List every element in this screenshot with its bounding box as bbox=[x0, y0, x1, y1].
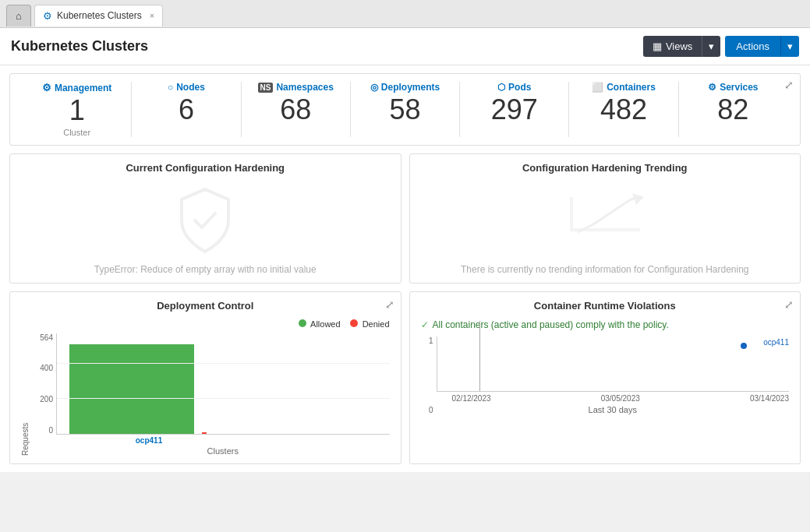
page-header: Kubernetes Clusters ▦ Views ▾ Actions ▾ bbox=[0, 28, 810, 65]
services-label: Services bbox=[720, 82, 758, 93]
denied-bar bbox=[202, 432, 207, 434]
stat-deployments[interactable]: ◎ Deployments 58 bbox=[351, 82, 459, 125]
line-x-labels: 02/12/2023 03/05/2023 03/14/2023 bbox=[437, 394, 790, 403]
deployments-icon: ◎ bbox=[370, 82, 378, 93]
y-label-564: 564 bbox=[31, 333, 53, 342]
main-content: Kubernetes Clusters ▦ Views ▾ Actions ▾ … bbox=[0, 28, 810, 472]
services-icon: ⚙ bbox=[708, 82, 716, 93]
line-chart-wrapper: 0 1 ocp411 02/12/2023 03/ bbox=[421, 336, 790, 414]
bar-chart-content: ocp411 Clusters bbox=[56, 333, 390, 456]
y-label-200: 200 bbox=[31, 395, 53, 403]
management-label: Management bbox=[55, 83, 111, 93]
denied-legend: Denied bbox=[350, 319, 390, 329]
config-hardening-error: TypeError: Reduce of empty array with no… bbox=[21, 264, 390, 275]
config-hardening-title: Current Configuration Hardening bbox=[21, 162, 390, 174]
denied-label: Denied bbox=[363, 319, 390, 329]
stats-expand-icon[interactable]: ⤢ bbox=[784, 79, 794, 91]
nodes-value: 6 bbox=[132, 94, 240, 125]
deployments-value: 58 bbox=[351, 94, 459, 125]
deployments-label: Deployments bbox=[381, 82, 440, 93]
home-icon: ⌂ bbox=[16, 10, 22, 22]
bars-container bbox=[63, 333, 213, 434]
line-chart-area: 0 1 ocp411 02/12/2023 03/ bbox=[421, 336, 790, 414]
views-button[interactable]: ▦ Views bbox=[643, 36, 702, 57]
check-icon: ✓ bbox=[421, 319, 429, 330]
management-sub: Cluster bbox=[23, 128, 131, 137]
deployment-control-title: Deployment Control bbox=[21, 300, 390, 312]
allowed-legend: Allowed bbox=[299, 319, 341, 329]
containers-icon: ⬜ bbox=[592, 82, 603, 93]
nodes-icon: ○ bbox=[168, 82, 173, 93]
line-chart-content: ocp411 02/12/2023 03/05/2023 03/14/2023 … bbox=[437, 336, 790, 414]
containers-label: Containers bbox=[607, 82, 656, 93]
y-axis-title: Requests bbox=[21, 333, 30, 456]
config-trending-nodata: There is currently no trending informati… bbox=[421, 264, 790, 275]
deployment-expand-icon[interactable]: ⤢ bbox=[385, 298, 394, 311]
deployment-control-panel: Deployment Control ⤢ Allowed Denied Requ… bbox=[9, 291, 401, 464]
x-label-ocp411: ocp411 bbox=[83, 436, 215, 445]
config-trending-title: Configuration Hardening Trending bbox=[421, 162, 790, 174]
x-axis-title: Clusters bbox=[56, 446, 390, 456]
browser-tab-bar: ⌂ ⚙ Kubernetes Clusters × bbox=[0, 0, 810, 28]
y-label-400: 400 bbox=[31, 364, 53, 372]
views-caret-button[interactable]: ▾ bbox=[702, 36, 720, 57]
shield-empty-icon bbox=[21, 181, 390, 259]
y-label-0: 0 bbox=[421, 406, 433, 414]
views-label: Views bbox=[666, 41, 692, 52]
management-icon: ⚙ bbox=[42, 82, 51, 93]
gridline-200 bbox=[57, 398, 390, 399]
tab-close-button[interactable]: × bbox=[150, 11, 154, 20]
namespaces-icon: NS bbox=[258, 83, 274, 93]
pods-icon: ⬡ bbox=[497, 82, 505, 93]
page-title: Kubernetes Clusters bbox=[11, 38, 148, 55]
pods-label: Pods bbox=[508, 82, 531, 93]
config-trending-panel: Configuration Hardening Trending There i… bbox=[409, 153, 801, 284]
runtime-expand-icon[interactable]: ⤢ bbox=[784, 298, 794, 311]
allowed-bar bbox=[69, 344, 194, 434]
x-label-0305: 03/05/2023 bbox=[601, 394, 640, 403]
y-label-1: 1 bbox=[421, 336, 433, 345]
dot-label: ocp411 bbox=[763, 338, 789, 347]
svg-rect-1 bbox=[570, 197, 573, 231]
line-x-title: Last 30 days bbox=[437, 405, 790, 414]
home-tab[interactable]: ⌂ bbox=[6, 5, 31, 26]
x-label-0212: 02/12/2023 bbox=[452, 394, 491, 403]
container-runtime-title: Container Runtime Violations bbox=[421, 300, 790, 312]
namespaces-label: Namespaces bbox=[276, 82, 333, 93]
stat-nodes[interactable]: ○ Nodes 6 bbox=[132, 82, 240, 125]
k8s-tab-icon: ⚙ bbox=[43, 10, 52, 22]
y-label-0: 0 bbox=[31, 426, 53, 435]
bar-chart-inner bbox=[56, 333, 390, 435]
runtime-success-text: All containers (active and paused) compl… bbox=[433, 319, 669, 330]
stat-management[interactable]: ⚙ Management 1 Cluster bbox=[23, 82, 131, 137]
stat-containers[interactable]: ⬜ Containers 482 bbox=[569, 82, 677, 125]
k8s-clusters-tab[interactable]: ⚙ Kubernetes Clusters × bbox=[34, 5, 163, 26]
bar-chart-wrapper: Requests 0 200 400 564 bbox=[21, 333, 390, 456]
namespaces-value: 68 bbox=[242, 94, 350, 125]
config-panels-row: Current Configuration Hardening TypeErro… bbox=[9, 153, 801, 291]
line-y-labels: 0 1 bbox=[421, 336, 433, 414]
allowed-dot bbox=[299, 319, 306, 327]
spike-line bbox=[479, 321, 480, 391]
actions-caret-button[interactable]: ▾ bbox=[780, 36, 799, 57]
stat-services[interactable]: ⚙ Services 82 bbox=[679, 82, 787, 125]
chart-panels-row: Deployment Control ⤢ Allowed Denied Requ… bbox=[9, 291, 801, 472]
denied-dot bbox=[350, 319, 358, 327]
allowed-label: Allowed bbox=[310, 319, 341, 329]
containers-value: 482 bbox=[569, 94, 677, 125]
chart-legend: Allowed Denied bbox=[21, 319, 390, 329]
services-value: 82 bbox=[679, 94, 787, 125]
pods-value: 297 bbox=[460, 94, 568, 125]
config-hardening-panel: Current Configuration Hardening TypeErro… bbox=[9, 153, 401, 284]
k8s-tab-label: Kubernetes Clusters bbox=[57, 10, 142, 21]
x-axis-labels: ocp411 bbox=[56, 436, 390, 445]
stat-namespaces[interactable]: NS Namespaces 68 bbox=[242, 82, 350, 125]
trend-empty-icon bbox=[421, 181, 790, 259]
management-value: 1 bbox=[23, 95, 131, 126]
y-axis-labels: 0 200 400 564 bbox=[31, 333, 53, 435]
stat-pods[interactable]: ⬡ Pods 297 bbox=[460, 82, 568, 125]
data-dot bbox=[741, 343, 747, 349]
nodes-label: Nodes bbox=[176, 82, 205, 93]
x-label-0314: 03/14/2023 bbox=[750, 394, 789, 403]
actions-button[interactable]: Actions bbox=[725, 36, 780, 57]
